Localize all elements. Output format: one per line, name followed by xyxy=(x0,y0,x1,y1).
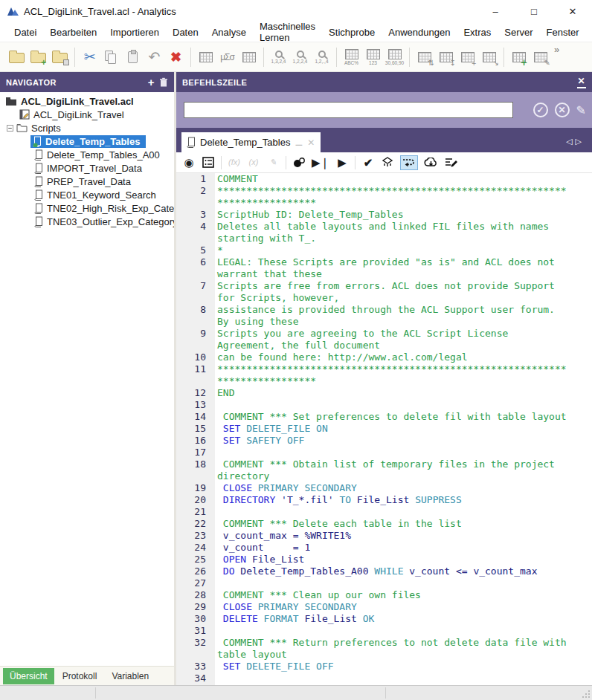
menu-item-importieren[interactable]: Importieren xyxy=(103,25,166,40)
close-tab-icon[interactable]: ✕ xyxy=(307,137,315,148)
script-options-icon[interactable] xyxy=(202,155,215,170)
pin-tab-icon[interactable]: ⚊ xyxy=(295,137,303,148)
syntax-check-icon[interactable]: ✔ xyxy=(361,155,375,170)
line-code[interactable]: COMMENT *** Set preferences to delete fi… xyxy=(215,411,567,423)
statistics-icon[interactable]: μΣσ xyxy=(217,47,237,68)
append-icon[interactable]: ＋ xyxy=(457,47,477,68)
edit-command-icon[interactable]: ✎ xyxy=(576,103,586,117)
panel-close-icon[interactable]: ✕ xyxy=(577,76,586,88)
line-code[interactable]: COMMENT *** Delete each table in the lis… xyxy=(215,518,567,530)
sort-icon[interactable]: ⇅ xyxy=(414,47,434,68)
line-code[interactable]: v_count = 1 xyxy=(215,542,567,554)
line-code[interactable]: CLOSE PRIMARY SECONDARY xyxy=(215,601,567,613)
tree-item-tne03-outlier-exp-category[interactable]: TNE03_Outlier_Exp_Category xyxy=(0,215,174,228)
paste-icon[interactable] xyxy=(123,47,143,68)
command-input[interactable] xyxy=(184,102,513,118)
line-code[interactable]: Scripts you are agreeing to the ACL Scri… xyxy=(215,328,567,351)
run-command-icon[interactable]: ✓ xyxy=(533,103,548,117)
edit-table-icon[interactable]: ✎ xyxy=(530,47,550,68)
menu-item-daten[interactable]: Daten xyxy=(166,25,205,40)
collapse-icon[interactable] xyxy=(7,125,13,132)
open-project-icon[interactable] xyxy=(7,47,27,68)
menu-item-stichprobe[interactable]: Stichprobe xyxy=(322,25,382,40)
line-code[interactable]: COMMENT *** Return preferences to not de… xyxy=(215,637,567,661)
line-code[interactable]: DO Delete_Temp_Tables_A00 WHILE v_count … xyxy=(215,565,567,577)
bottom-tab-protokoll[interactable]: Protokoll xyxy=(56,668,104,684)
maximize-button[interactable]: □ xyxy=(515,0,553,22)
line-code[interactable]: ScriptHub ID: Delete_Temp_Tables xyxy=(215,209,567,221)
line-code[interactable]: assistance is provided through the ACL S… xyxy=(215,304,567,328)
menu-item-datei[interactable]: Datei xyxy=(7,25,43,40)
tree-item-delete-temp-tables[interactable]: Delete_Temp_Tables xyxy=(0,135,174,148)
step-icon[interactable]: ▶❘ xyxy=(312,155,329,170)
line-code[interactable]: ****************************************… xyxy=(215,363,567,387)
run-script-icon[interactable]: ▶ xyxy=(335,155,349,170)
line-code[interactable] xyxy=(215,399,567,411)
menu-item-fenster[interactable]: Fenster xyxy=(540,25,586,40)
save-project-icon[interactable] xyxy=(50,47,70,68)
edit-script-icon[interactable] xyxy=(444,155,457,170)
tree-item-acl-digilink-travel[interactable]: ACL_DigiLink_Travel xyxy=(0,108,174,121)
tree-item-tne01-keyword-search[interactable]: TNE01_Keyword_Search xyxy=(0,188,174,201)
menu-item-anwendungen[interactable]: Anwendungen xyxy=(382,25,457,40)
copy-icon[interactable] xyxy=(101,47,121,68)
line-code[interactable] xyxy=(215,447,567,458)
age-icon[interactable]: 30,60,90 xyxy=(385,47,405,68)
word-wrap-icon[interactable] xyxy=(400,155,418,170)
minimize-button[interactable]: – xyxy=(476,0,515,22)
line-code[interactable] xyxy=(215,673,567,684)
insert-variable-icon[interactable]: (x) xyxy=(247,155,260,170)
insert-function-icon[interactable]: (fx) xyxy=(228,155,241,170)
line-code[interactable]: ****************************************… xyxy=(215,185,567,209)
table-layout-icon[interactable] xyxy=(196,47,216,68)
new-table-icon[interactable]: ＋ xyxy=(509,47,529,68)
menu-item-bearbeiten[interactable]: Bearbeiten xyxy=(43,25,103,40)
tree-item-scripts[interactable]: Scripts xyxy=(0,121,174,135)
toolbar-overflow-icon[interactable]: » xyxy=(554,42,559,55)
resize-grip-icon[interactable] xyxy=(582,690,591,699)
menu-item-extras[interactable]: Extras xyxy=(457,25,498,40)
line-code[interactable]: SET DELETE_FILE ON xyxy=(215,423,567,435)
line-code[interactable]: SET DELETE_FILE OFF xyxy=(215,661,567,673)
line-code[interactable]: LEGAL: These Scripts are provided "as is… xyxy=(215,256,567,280)
verify-checklist-icon[interactable] xyxy=(239,47,259,68)
extract-icon[interactable]: ↘ xyxy=(479,47,499,68)
line-code[interactable]: COMMENT xyxy=(215,173,567,185)
line-code[interactable]: Scripts are free from errors. ACL does n… xyxy=(215,280,567,304)
stratify-icon[interactable]: 123 xyxy=(363,47,383,68)
cut-icon[interactable]: ✂ xyxy=(80,47,100,68)
line-code[interactable]: COMMENT *** Clean up our own files xyxy=(215,589,567,601)
script-editor[interactable]: 1COMMENT2*******************************… xyxy=(176,173,592,685)
line-code[interactable]: v_count_max = %WRITE1% xyxy=(215,530,567,542)
line-code[interactable]: DELETE FORMAT File_List OK xyxy=(215,613,567,625)
line-code[interactable]: END xyxy=(215,387,567,399)
tab-scroll-arrows-icon[interactable]: ◁▷ xyxy=(566,137,592,152)
look-for-duplicates-icon[interactable]: 1,3,2,4 xyxy=(268,47,289,68)
tree-item-tne02-high-risk-exp-category[interactable]: TNE02_High_Risk_Exp_Category xyxy=(0,201,174,215)
record-icon[interactable]: ◉ xyxy=(182,155,196,170)
classify-icon[interactable]: ABC% xyxy=(341,47,361,68)
line-code[interactable] xyxy=(215,577,567,589)
look-for-gaps-icon[interactable]: 1,2,2,4 xyxy=(290,47,310,68)
menu-item-hilfe[interactable]: Hilfe xyxy=(586,25,592,40)
line-code[interactable]: Deletes all table layouts and linked FIL… xyxy=(215,221,567,244)
menu-item-server[interactable]: Server xyxy=(498,25,539,40)
clear-command-icon[interactable]: ✕ xyxy=(555,103,570,117)
line-code[interactable]: COMMENT *** Obtain list of temporary fil… xyxy=(215,458,567,482)
edit-selection-icon[interactable]: ✎ xyxy=(266,155,280,170)
close-button[interactable]: ✕ xyxy=(553,0,592,22)
tree-item-prep-travel-data[interactable]: PREP_Travel_Data xyxy=(0,175,174,188)
tree-item-delete-temp-tables-a00[interactable]: Delete_Temp_Tables_A00 xyxy=(0,148,174,161)
look-for-missing-icon[interactable]: 1,2,.,4 xyxy=(312,47,332,68)
tree-item-acl-digilink-travel-acl[interactable]: ACL_DigiLink_Travel.acl xyxy=(0,94,174,108)
menu-item-analyse[interactable]: Analyse xyxy=(205,25,253,40)
line-code[interactable] xyxy=(215,506,567,518)
line-code[interactable] xyxy=(215,625,567,637)
breakpoint-icon[interactable] xyxy=(292,155,306,170)
tree-item-import-travel-data[interactable]: IMPORT_Travel_Data xyxy=(0,161,174,175)
line-code[interactable]: DIRECTORY 'T_*.fil' TO File_List SUPPRES… xyxy=(215,494,567,506)
line-code[interactable]: CLOSE PRIMARY SECONDARY xyxy=(215,482,567,494)
bottom-tab-bersicht[interactable]: Übersicht xyxy=(3,668,54,684)
line-code[interactable]: OPEN File_List xyxy=(215,554,567,565)
delete-icon[interactable]: ✖ xyxy=(166,47,186,68)
